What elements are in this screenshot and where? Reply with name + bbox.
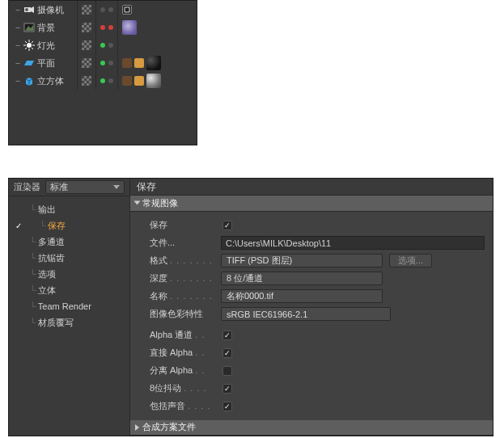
svg-line-12 — [32, 41, 33, 43]
camera-icon — [23, 4, 35, 15]
format-dropdown[interactable]: TIFF (PSD 图层) — [221, 254, 383, 267]
renderer-label: 渲染器 — [14, 181, 40, 193]
nav-item-save[interactable]: ✓└保存 — [9, 217, 129, 234]
object-label: 灯光 — [37, 40, 77, 52]
straight-alpha-checkbox[interactable] — [222, 348, 232, 358]
svg-line-10 — [25, 41, 27, 43]
target-tag-icon[interactable] — [122, 5, 132, 15]
object-label: 背景 — [37, 22, 77, 34]
chevron-down-icon — [113, 185, 120, 189]
object-row-cube[interactable]: – 立方体 — [9, 72, 197, 90]
alpha-label: Alpha 通道 — [150, 330, 193, 339]
alpha-checkbox[interactable] — [222, 331, 232, 340]
object-label: 立方体 — [37, 75, 77, 87]
disclosure-triangle-icon — [135, 424, 139, 431]
object-label: 平面 — [37, 57, 77, 69]
visibility-render-dot[interactable] — [108, 61, 113, 65]
svg-marker-14 — [24, 61, 34, 65]
separate-alpha-checkbox[interactable] — [222, 366, 232, 376]
object-row-light[interactable]: – 灯光 — [9, 36, 197, 54]
visibility-render-dot[interactable] — [108, 25, 113, 30]
renderer-dropdown[interactable]: 标准 — [45, 180, 125, 194]
settings-content: 保存 常规图像 保存 文件... C:\Users\MILK\Desktop\1… — [130, 179, 493, 436]
svg-marker-2 — [31, 6, 34, 13]
nav-item-stereo[interactable]: └立体 — [9, 282, 129, 298]
file-path-input[interactable]: C:\Users\MILK\Desktop\11 — [221, 236, 485, 250]
tree-toggle-icon[interactable]: – — [14, 41, 22, 49]
separate-alpha-label: 分离 Alpha — [150, 365, 193, 375]
renderer-value: 标准 — [50, 181, 68, 193]
nav-item-multipass[interactable]: └多通道 — [9, 234, 129, 250]
object-row-plane[interactable]: – 平面 — [9, 54, 197, 72]
object-row-camera[interactable]: – 摄像机 — [9, 1, 197, 19]
tag-icon[interactable] — [122, 58, 132, 68]
layer-icon[interactable] — [82, 40, 91, 50]
background-icon — [23, 22, 35, 33]
nav-item-output[interactable]: └输出 — [9, 201, 129, 217]
svg-point-5 — [27, 43, 32, 48]
material-tag[interactable] — [146, 56, 161, 70]
dither-label: 8位抖动 — [150, 383, 181, 393]
object-label: 摄像机 — [37, 4, 77, 16]
visibility-editor-dot[interactable] — [100, 43, 105, 48]
object-row-background[interactable]: – 背景 — [9, 19, 197, 36]
section-compositing-file[interactable]: 合成方案文件 — [130, 420, 493, 436]
tree-toggle-icon[interactable]: – — [14, 23, 22, 32]
material-tag[interactable] — [122, 20, 137, 35]
depth-dropdown[interactable]: 8 位/通道 — [221, 272, 383, 285]
settings-nav: └输出 ✓└保存 └多通道 └抗锯齿 └选项 └立体 └Team Render … — [9, 196, 129, 331]
save-checkbox[interactable] — [222, 221, 232, 230]
visibility-editor-dot[interactable] — [100, 25, 105, 30]
dither-checkbox[interactable] — [222, 384, 232, 394]
tag-icon[interactable] — [134, 76, 144, 86]
nav-item-material-override[interactable]: └材质覆写 — [9, 314, 129, 331]
visibility-render-dot[interactable] — [108, 7, 113, 12]
straight-alpha-label: 直接 Alpha — [150, 347, 193, 357]
layer-icon[interactable] — [82, 58, 91, 68]
save-checkbox-label: 保存 — [150, 220, 167, 230]
visibility-render-dot[interactable] — [108, 78, 113, 83]
visibility-editor-dot[interactable] — [100, 7, 105, 12]
page-title: 保存 — [130, 179, 493, 196]
tag-icon[interactable] — [122, 76, 132, 86]
options-button[interactable]: 选项... — [389, 254, 432, 267]
plane-icon — [23, 57, 35, 69]
color-profile-dropdown[interactable]: sRGB IEC61966-2.1 — [221, 307, 391, 321]
visibility-render-dot[interactable] — [108, 43, 113, 48]
disclosure-triangle-icon — [134, 201, 141, 205]
nav-item-teamrender[interactable]: └Team Render — [9, 298, 129, 314]
section-regular-image[interactable]: 常规图像 — [130, 196, 493, 211]
format-label: 格式 — [150, 255, 167, 265]
layer-icon[interactable] — [82, 76, 91, 86]
file-label: 文件... — [150, 238, 175, 247]
layer-icon[interactable] — [82, 5, 91, 15]
svg-point-1 — [25, 8, 28, 11]
nav-item-antialias[interactable]: └抗锯齿 — [9, 250, 129, 266]
object-manager: – 摄像机 – 背景 — [8, 0, 197, 145]
cube-icon — [23, 75, 35, 86]
depth-label: 深度 — [150, 273, 167, 283]
tree-toggle-icon[interactable]: – — [14, 6, 22, 14]
visibility-editor-dot[interactable] — [100, 78, 105, 83]
svg-line-13 — [25, 48, 27, 49]
settings-sidebar: 渲染器 标准 └输出 ✓└保存 └多通道 └抗锯齿 └选项 └立体 └Team … — [9, 179, 130, 436]
light-icon — [23, 40, 35, 51]
svg-line-11 — [32, 48, 33, 49]
material-tag[interactable] — [146, 74, 161, 88]
tag-icon[interactable] — [134, 58, 144, 68]
tree-toggle-icon[interactable]: – — [14, 77, 22, 85]
layer-icon[interactable] — [82, 23, 91, 32]
include-sound-checkbox[interactable] — [222, 402, 232, 411]
sound-label: 包括声音 — [150, 401, 185, 411]
visibility-editor-dot[interactable] — [100, 61, 105, 65]
name-dropdown[interactable]: 名称0000.tif — [221, 289, 383, 303]
tree-toggle-icon[interactable]: – — [14, 59, 22, 67]
color-profile-label: 图像色彩特性 — [150, 309, 203, 318]
nav-item-options[interactable]: └选项 — [9, 266, 129, 282]
name-label: 名称 — [150, 291, 167, 301]
render-settings-panel: 渲染器 标准 └输出 ✓└保存 └多通道 └抗锯齿 └选项 └立体 └Team … — [8, 178, 493, 436]
